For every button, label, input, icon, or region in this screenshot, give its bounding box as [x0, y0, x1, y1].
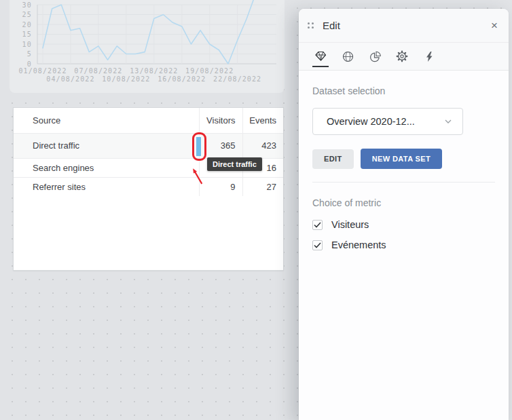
- gem-icon: [315, 51, 327, 62]
- line-chart: 05101520253001/08/202204/08/202207/08/20…: [0, 0, 292, 94]
- svg-text:07/08/2022: 07/08/2022: [74, 67, 122, 75]
- dataset-selection-label: Dataset selection: [312, 85, 495, 96]
- table-cell: Referrer sites: [14, 177, 199, 196]
- svg-text:0: 0: [27, 60, 32, 68]
- chevron-down-icon: [445, 119, 452, 123]
- dataset-buttons: EDIT NEW DATA SET: [312, 149, 495, 169]
- svg-text:25: 25: [22, 11, 32, 18]
- tab-visualization[interactable]: [312, 43, 329, 71]
- dashboard-page: 05101520253001/08/202204/08/202207/08/20…: [0, 0, 512, 420]
- edit-button[interactable]: EDIT: [312, 149, 354, 169]
- tab-globe[interactable]: [340, 43, 356, 71]
- annotation-arrow: [190, 156, 251, 234]
- panel-title: Edit: [323, 20, 340, 31]
- svg-text:20: 20: [22, 21, 32, 28]
- tab-pie-chart[interactable]: [367, 43, 383, 71]
- close-icon[interactable]: ×: [491, 20, 498, 31]
- svg-text:10: 10: [22, 41, 32, 48]
- svg-text:13/08/2022: 13/08/2022: [130, 67, 178, 75]
- svg-text:01/08/2022: 01/08/2022: [18, 67, 67, 75]
- metric-option[interactable]: Evénements: [312, 240, 495, 250]
- column-header-source[interactable]: Source: [14, 108, 199, 133]
- metric-option-label: Evénements: [331, 240, 386, 250]
- table-header-row: Source Visitors Events: [14, 108, 283, 133]
- svg-text:5: 5: [27, 50, 32, 58]
- dataset-select[interactable]: Overview 2020-12...: [312, 108, 463, 135]
- check-icon: [314, 222, 321, 228]
- column-header-visitors[interactable]: Visitors: [199, 108, 242, 133]
- drag-handle-icon[interactable]: [308, 22, 314, 28]
- svg-text:30: 30: [22, 1, 32, 9]
- metric-option[interactable]: Visiteurs: [312, 219, 495, 230]
- checkbox[interactable]: [312, 240, 323, 250]
- edit-panel: Edit ×: [299, 9, 509, 420]
- table-cell: Direct traffic: [14, 133, 199, 158]
- svg-text:10/08/2022: 10/08/2022: [102, 75, 150, 83]
- gear-icon: [396, 50, 408, 62]
- column-header-events[interactable]: Events: [242, 108, 283, 133]
- metric-list: VisiteursEvénements: [312, 219, 495, 250]
- checkbox[interactable]: [312, 220, 323, 230]
- dataset-select-value: Overview 2020-12...: [327, 116, 415, 127]
- new-data-set-button[interactable]: NEW DATA SET: [361, 149, 442, 169]
- svg-text:19/08/2022: 19/08/2022: [185, 67, 234, 75]
- divider: [312, 182, 495, 183]
- lightning-icon: [424, 51, 435, 62]
- choice-of-metric-label: Choice of metric: [312, 197, 495, 208]
- table-cell: Search engines: [14, 158, 199, 177]
- panel-tabs: [299, 43, 509, 71]
- metric-option-label: Visiteurs: [331, 219, 369, 230]
- tab-actions[interactable]: [421, 43, 437, 71]
- table-row[interactable]: Direct traffic365423: [14, 133, 283, 158]
- check-icon: [314, 242, 321, 248]
- panel-body: Dataset selection Overview 2020-12... ED…: [299, 71, 509, 250]
- svg-text:22/08/2022: 22/08/2022: [213, 75, 261, 83]
- table-cell: 423: [242, 133, 283, 158]
- panel-header: Edit ×: [299, 9, 509, 43]
- svg-text:16/08/2022: 16/08/2022: [158, 75, 206, 83]
- pie-chart-icon: [369, 51, 381, 62]
- svg-text:04/08/2022: 04/08/2022: [46, 75, 94, 83]
- tab-settings[interactable]: [394, 43, 410, 71]
- svg-text:15: 15: [22, 31, 32, 38]
- line-chart-svg: 05101520253001/08/202204/08/202207/08/20…: [0, 0, 292, 94]
- globe-icon: [342, 51, 354, 62]
